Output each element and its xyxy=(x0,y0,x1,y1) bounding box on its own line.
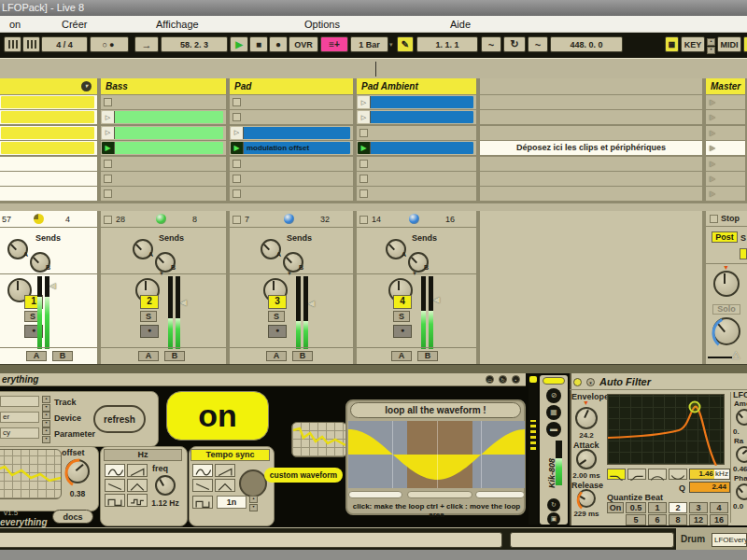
info-field-left[interactable] xyxy=(0,532,502,548)
follow-button[interactable]: → xyxy=(134,36,159,52)
crossfader-track[interactable] xyxy=(708,357,732,358)
freq-number[interactable]: 1.46 xyxy=(690,469,714,479)
punch-out-button[interactable]: ~ xyxy=(528,36,548,52)
computer-midi-keyboard-button[interactable]: ▦ xyxy=(665,36,679,52)
clip-play-icon[interactable]: ▷ xyxy=(231,127,244,139)
nudge-down-button[interactable] xyxy=(4,36,21,52)
solo-button[interactable]: S xyxy=(268,311,285,322)
sine-wave-button[interactable] xyxy=(192,464,213,477)
scene-launch-slot[interactable]: ▶ xyxy=(706,126,747,140)
nudge-up-button[interactable] xyxy=(22,36,40,52)
clip-slot[interactable] xyxy=(230,95,355,109)
square-wave-button[interactable] xyxy=(105,494,125,507)
envelope-amount-knob[interactable] xyxy=(575,407,598,429)
crossfade-b-button[interactable]: B xyxy=(52,351,73,361)
scene-launch-slot[interactable]: ▶ xyxy=(706,157,747,171)
quantize-1-button[interactable]: 1 xyxy=(648,502,667,513)
lfo-device-titlebar[interactable]: erything ▭ ↻ ▪ xyxy=(0,373,526,386)
scene-launch-slot[interactable]: ▶ xyxy=(706,187,747,201)
volume-fader-handle[interactable]: ◀ xyxy=(180,298,187,307)
key-map-button[interactable]: KEY xyxy=(681,36,705,52)
filter-frequency-display[interactable] xyxy=(607,394,725,465)
lfo-param-knob[interactable] xyxy=(736,483,747,500)
clip[interactable] xyxy=(1,111,94,123)
track-header-Pad[interactable]: Pad xyxy=(230,78,355,94)
release-knob[interactable] xyxy=(577,489,596,508)
quantize-16-button[interactable]: 16 xyxy=(710,514,728,525)
metronome-button[interactable]: ○● xyxy=(90,36,129,52)
clip-playing-icon[interactable]: ▶ xyxy=(102,142,115,154)
attack-value[interactable]: 2.00 ms xyxy=(570,471,603,480)
mapping-menu-parameter[interactable]: cy xyxy=(0,427,39,439)
attack-knob[interactable] xyxy=(576,449,597,469)
track-activator-button[interactable]: 3 xyxy=(268,295,287,309)
master-pan-knob[interactable] xyxy=(713,271,740,297)
device-power-button[interactable] xyxy=(573,378,582,386)
post-toggle-button[interactable]: Post xyxy=(712,231,738,243)
clip-slot[interactable] xyxy=(0,126,99,140)
volume-fader-handle[interactable]: ◀ xyxy=(308,299,315,308)
track-activator-button[interactable]: 2 xyxy=(140,295,159,309)
clip-slot[interactable] xyxy=(230,157,355,171)
clip[interactable] xyxy=(1,142,94,154)
clip-slot[interactable] xyxy=(357,172,478,186)
device-chain-scrollbar[interactable] xyxy=(529,375,538,525)
clip-stop-square[interactable] xyxy=(359,216,368,224)
loop-switch-button[interactable]: ↻ xyxy=(503,36,526,52)
clip-slot[interactable]: ▷ xyxy=(101,126,228,140)
chevron-down-icon[interactable]: ▾ xyxy=(389,41,393,49)
lfo-param-value[interactable]: 0. xyxy=(733,427,740,436)
scene-launch-slot[interactable]: ▶ xyxy=(706,95,747,109)
loop-scrollbar-left[interactable] xyxy=(348,491,402,498)
loop-all-button[interactable]: loop all the waveform ! xyxy=(350,402,521,418)
max-window-icon[interactable]: ▭ xyxy=(486,375,494,384)
crossfader-handle[interactable]: △ xyxy=(732,348,740,360)
device-chain-field[interactable]: LFOEverythin xyxy=(712,533,747,547)
clip-stop-square[interactable] xyxy=(233,113,241,121)
overdub-button[interactable]: OVR xyxy=(289,36,318,52)
lfo-param-knob[interactable] xyxy=(736,446,747,463)
steps-wave-button[interactable] xyxy=(127,494,148,507)
square-wave-button[interactable] xyxy=(192,496,213,509)
clip[interactable]: ▷ xyxy=(102,111,223,123)
envelope-value[interactable]: 24.2 xyxy=(571,431,601,440)
ramp-down-wave-button[interactable] xyxy=(105,479,125,492)
clip[interactable] xyxy=(1,127,94,139)
crossfade-a-button[interactable]: A xyxy=(266,351,287,361)
arm-button[interactable]: ● xyxy=(268,325,287,338)
clip-slot[interactable] xyxy=(0,110,99,124)
record-button[interactable]: ● xyxy=(269,36,288,52)
scene-launch-icon[interactable]: ▶ xyxy=(710,144,715,152)
clip-slot[interactable] xyxy=(101,172,228,186)
lfo-param-knob[interactable] xyxy=(736,409,747,426)
crossfade-b-button[interactable]: B xyxy=(417,351,438,361)
ramp-up-wave-button[interactable] xyxy=(215,464,235,477)
play-button[interactable]: ▶ xyxy=(230,36,248,52)
custom-wave-thumbnail[interactable] xyxy=(291,422,347,457)
clip[interactable]: ▷ xyxy=(358,111,473,123)
track-header-master[interactable]: Master xyxy=(706,78,747,94)
scene-launch-icon[interactable]: ▶ xyxy=(710,113,715,121)
offset-value[interactable]: 0.38 xyxy=(63,489,92,498)
menu-item-3[interactable]: Affichage xyxy=(152,16,203,33)
clip-stop-square[interactable] xyxy=(233,189,241,198)
mapping-menu-track[interactable] xyxy=(0,396,39,407)
draw-mode-button[interactable]: ✎ xyxy=(397,36,414,52)
crossfade-a-button[interactable]: A xyxy=(138,351,159,361)
arrangement-position-field[interactable]: 58. 2. 3 xyxy=(161,36,228,52)
stop-clips-label[interactable]: Stop xyxy=(721,214,740,223)
clip-stop-square[interactable] xyxy=(104,175,112,183)
mapping-stepper[interactable]: ▴▾ xyxy=(42,427,50,443)
clip-playing-icon[interactable]: ▶ xyxy=(358,142,371,154)
crossfade-a-button[interactable]: A xyxy=(26,351,47,361)
max-window-icon[interactable]: ⊘ xyxy=(546,388,561,403)
playing-clip[interactable]: ▶modulation offset xyxy=(231,142,350,154)
max-save-icon[interactable]: ▪ xyxy=(512,375,520,384)
clip-slot[interactable] xyxy=(230,187,355,201)
save-preset-icon[interactable]: ▣ xyxy=(547,512,560,525)
map-stepper[interactable]: ▴▾ xyxy=(707,38,715,54)
clip-stop-square[interactable] xyxy=(104,98,112,106)
track-activator-button[interactable]: 4 xyxy=(393,295,412,309)
clip[interactable]: ▷ xyxy=(231,127,350,139)
volume-fader-handle[interactable]: ◀ xyxy=(49,281,56,290)
